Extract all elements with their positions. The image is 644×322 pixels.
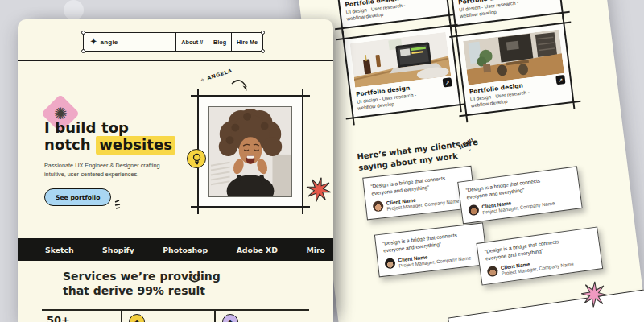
arrow-up-right-icon[interactable]: ↗ xyxy=(443,77,452,87)
purple-star-badge-icon: ✦ xyxy=(222,314,238,322)
pink-star-icon xyxy=(580,281,608,312)
crop-mark xyxy=(191,206,310,208)
skill-item-shopify[interactable]: Shopify xyxy=(102,246,134,254)
avatar xyxy=(373,201,384,213)
logo-text: angie xyxy=(101,39,118,46)
portfolio-card[interactable]: ↗ Portfolio design UI design - User rese… xyxy=(332,0,450,29)
hero-description-line: intuitive, user-centered experiences. xyxy=(44,171,138,178)
arrow-up-right-icon[interactable]: ↗ xyxy=(555,75,565,85)
skill-item-miro[interactable]: Miro xyxy=(307,246,325,254)
portrait-frame xyxy=(197,95,303,208)
crop-mark xyxy=(302,89,303,214)
stat-value: 50+ xyxy=(47,314,70,322)
selection-handle[interactable] xyxy=(261,49,265,53)
portfolio-card[interactable]: ↗ Portfolio design UI design - User rese… xyxy=(343,25,461,119)
avatar xyxy=(384,258,395,269)
portfolio-card[interactable]: ↗ Portfolio design UI design - User rese… xyxy=(456,23,574,117)
site-header: ✦ angie About // Blog Hire Me xyxy=(83,32,263,52)
angela-label: ✧ ANGELA xyxy=(200,68,233,84)
skill-item-photoshop[interactable]: Photoshop xyxy=(163,246,208,254)
yellow-star-badge-icon: ✦ xyxy=(129,314,145,322)
lightbulb-icon xyxy=(187,149,206,168)
stats-column-divider xyxy=(214,310,216,322)
highlighted-word: websites xyxy=(96,136,175,155)
testimonial-card: “Design is a bridge that connects everyo… xyxy=(457,166,583,224)
testimonial-card: “Design is a bridge that connects everyo… xyxy=(374,222,488,277)
portfolio-thumbnail-interior xyxy=(463,29,564,85)
crop-mark xyxy=(191,95,310,97)
selection-handle[interactable] xyxy=(81,49,85,53)
selection-handle[interactable] xyxy=(81,31,85,35)
selection-handle[interactable] xyxy=(261,31,265,35)
nav-item-blog[interactable]: Blog xyxy=(208,33,231,51)
portrait-photo xyxy=(208,106,292,197)
testimonial-card: “Design is a bridge that connects everyo… xyxy=(476,226,603,285)
skills-bar: Sketch Shopify Photoshop Adobe XD Miro xyxy=(18,238,333,261)
backdrop-circle-decor xyxy=(64,0,84,20)
nav-item-hire-me[interactable]: Hire Me xyxy=(231,33,262,51)
avatar xyxy=(487,266,499,278)
stats-divider xyxy=(42,309,309,311)
portfolio-card[interactable]: ↗ Portfolio design UI design - User rese… xyxy=(445,0,564,27)
skill-item-sketch[interactable]: Sketch xyxy=(45,246,74,254)
hero-title-line1: I build top xyxy=(44,119,129,136)
header-divider xyxy=(18,60,333,61)
nav-item-about[interactable]: About // xyxy=(175,33,208,51)
hero-description-line: Passionate UX Engineer & Designer crafti… xyxy=(44,162,160,169)
avatar xyxy=(468,204,480,217)
see-portfolio-button[interactable]: See portfolio xyxy=(44,188,111,206)
emphasis-dashes-icon xyxy=(114,198,123,213)
hero-title-line2: notch xyxy=(44,136,96,153)
portfolio-thumbnail-laptop xyxy=(349,32,451,88)
smiley-icon xyxy=(186,271,204,291)
portfolio-page-rotated: ↗ Portfolio design UI design - User rese… xyxy=(293,0,644,322)
hero-description: Passionate UX Engineer & Designer crafti… xyxy=(44,162,160,180)
hero-page: ✦ angie About // Blog Hire Me ✺ I build … xyxy=(18,19,333,322)
sparkle-logo-icon: ✦ xyxy=(90,38,97,46)
stats-column-divider xyxy=(121,310,122,322)
logo[interactable]: ✦ angie xyxy=(84,33,175,51)
red-star-icon xyxy=(303,175,333,208)
hero-title: I build top notch websites xyxy=(44,119,175,153)
next-section-card xyxy=(448,288,644,322)
services-heading-line: that derive 99% result xyxy=(63,284,205,297)
down-arrow-icon: ⌄ xyxy=(466,146,472,151)
skill-item-adobe-xd[interactable]: Adobe XD xyxy=(237,246,278,254)
